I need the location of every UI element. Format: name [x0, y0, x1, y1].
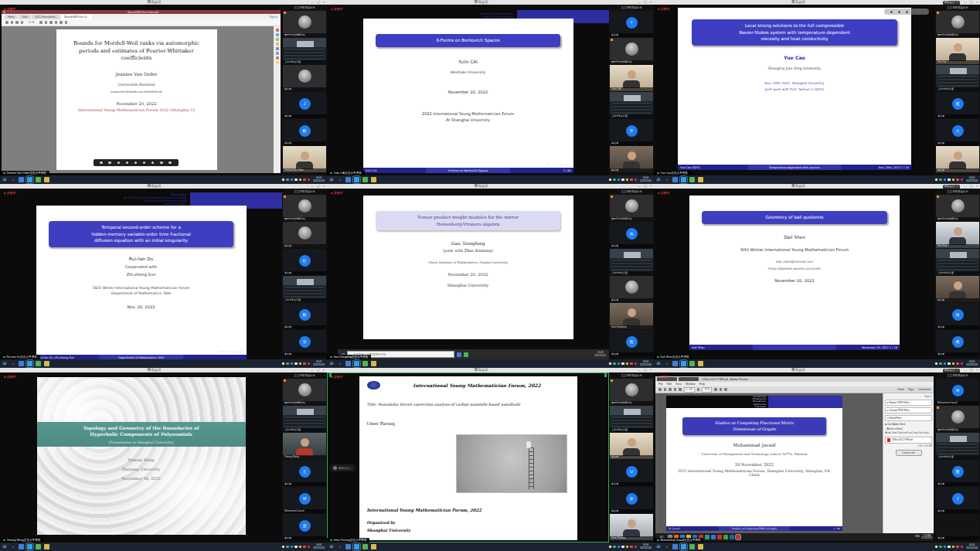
participant-tile[interactable]: 参会者: [610, 433, 653, 459]
participant-tile[interactable]: 球参会者: [936, 303, 979, 329]
tray-icon[interactable]: [303, 546, 306, 549]
toolbar-icon[interactable]: [65, 21, 68, 24]
search-icon[interactable]: ⌕: [663, 544, 671, 549]
tray-icon[interactable]: [294, 179, 298, 182]
pinned-app-blue-icon[interactable]: [345, 361, 351, 366]
participant-tile[interactable]: 宇参会者: [610, 119, 653, 145]
participant-tile[interactable]: 大参会者: [936, 119, 979, 145]
close-icon[interactable]: ×: [650, 0, 652, 5]
start-button[interactable]: ⊞: [327, 175, 336, 184]
participant-tile[interactable]: 杜参会者: [283, 249, 326, 275]
tray-icon[interactable]: [956, 179, 959, 182]
search-icon[interactable]: ⌕: [336, 544, 344, 549]
presentation-controls[interactable]: [884, 9, 929, 15]
participant-tile[interactable]: 数参会者: [283, 303, 326, 329]
toolbar-icon[interactable]: [5, 21, 9, 24]
minimize-icon[interactable]: —: [638, 368, 641, 372]
toolbar-icon[interactable]: [658, 388, 662, 391]
minimize-icon[interactable]: —: [964, 368, 967, 372]
tray-icon[interactable]: [621, 546, 624, 549]
file-explorer-icon[interactable]: [698, 544, 703, 549]
file-explorer-icon[interactable]: [44, 544, 49, 549]
tray-icon[interactable]: [286, 362, 289, 366]
start-button[interactable]: ⊞: [0, 175, 9, 184]
wechat-icon[interactable]: [36, 177, 41, 182]
toolbar-icon[interactable]: [49, 21, 53, 24]
minimize-icon[interactable]: —: [311, 0, 314, 5]
tray-icon[interactable]: [618, 179, 621, 182]
participant-tile[interactable]: 数参会者: [283, 119, 326, 145]
participant-tile[interactable]: U参会者: [610, 460, 653, 486]
toolbar-icon[interactable]: [39, 21, 43, 24]
participant-tile[interactable]: 国际青年数学家论坛: [283, 11, 326, 37]
floating-tool-icon[interactable]: [117, 162, 121, 165]
participant-tile[interactable]: 上海大学会议室: [936, 65, 979, 91]
toolbar-icon[interactable]: [720, 388, 723, 391]
participant-tile[interactable]: 国际青年数学家论坛: [283, 195, 326, 221]
maximize-icon[interactable]: ▢: [644, 368, 647, 372]
participant-tile[interactable]: 上海大学会议室: [283, 276, 326, 302]
participant-tile[interactable]: Dali Shen: [936, 222, 979, 248]
pinned-app-blue-icon[interactable]: [19, 544, 24, 549]
close-icon[interactable]: ×: [957, 1, 958, 4]
side-tool-icon[interactable]: [276, 29, 279, 32]
maximize-icon[interactable]: ▢: [644, 0, 647, 5]
participant-tile[interactable]: Yulin CAI: [610, 65, 653, 91]
menu-item[interactable]: File: [658, 383, 663, 386]
tray-icon[interactable]: [944, 362, 947, 366]
participant-tile[interactable]: 国际青年数学家论坛: [610, 195, 653, 221]
menu-item[interactable]: Edit: [667, 383, 672, 386]
side-tool-icon[interactable]: [276, 38, 279, 41]
radio-option[interactable]: ◉ Use Adobe Send: [885, 423, 932, 426]
taskbar-app-icon[interactable]: [717, 535, 722, 539]
toolbar-icon[interactable]: [714, 388, 717, 391]
participant-tile[interactable]: 南参会者: [610, 330, 653, 356]
floating-toolbar[interactable]: [94, 159, 179, 166]
tray-icon[interactable]: [939, 362, 942, 366]
start-button[interactable]: ⊞: [327, 359, 336, 368]
minimize-icon[interactable]: —: [638, 184, 641, 189]
control-icon[interactable]: [914, 11, 916, 13]
chat-bubble[interactable]: 说点什么…: [330, 464, 356, 471]
tencent-meeting-icon[interactable]: [681, 177, 686, 182]
participant-tile[interactable]: 国际青年数学家论坛: [936, 195, 979, 221]
tray-icon[interactable]: [294, 546, 298, 549]
file-explorer-icon[interactable]: [371, 177, 376, 182]
participant-tile[interactable]: 国际青年数学家论坛: [610, 379, 653, 405]
maximize-icon[interactable]: ▢: [644, 184, 647, 189]
toolbar-icon[interactable]: [664, 388, 667, 391]
wechat-icon[interactable]: [689, 544, 695, 549]
participant-tile[interactable]: 参会者: [610, 146, 653, 172]
tray-icon[interactable]: [609, 362, 612, 366]
toolbar-icon[interactable]: [55, 21, 58, 24]
window-tab[interactable]: 腾讯会议×: [943, 1, 960, 5]
toolbar-icon[interactable]: [60, 21, 63, 24]
tray-icon[interactable]: [635, 362, 638, 366]
maximize-icon[interactable]: ▢: [970, 0, 973, 5]
wechat-icon[interactable]: [36, 544, 41, 549]
control-icon[interactable]: [898, 11, 900, 13]
tray-icon[interactable]: [308, 362, 311, 366]
participant-tile[interactable]: 上海大学会议室: [610, 406, 653, 432]
tencent-meeting-icon[interactable]: [27, 361, 32, 366]
toolbar-icon[interactable]: [674, 388, 677, 391]
floating-tool-icon[interactable]: [168, 162, 172, 165]
tencent-meeting-icon[interactable]: [681, 544, 686, 549]
close-icon[interactable]: ×: [976, 184, 978, 189]
participant-tile[interactable]: 国际青年数学家论坛: [610, 38, 653, 64]
participant-tile[interactable]: 参会者: [936, 276, 979, 302]
tencent-meeting-icon[interactable]: [354, 361, 359, 366]
start-button[interactable]: ⊞: [654, 359, 663, 368]
tray-icon[interactable]: [935, 179, 938, 182]
slide-nav-controls[interactable]: ‹‹ ‹ › ›› ⤾: [873, 339, 896, 343]
taskbar-app-icon[interactable]: [736, 535, 740, 539]
tray-icon[interactable]: [961, 362, 964, 366]
taskbar-app-icon[interactable]: [730, 535, 734, 539]
maximize-icon[interactable]: ▢: [317, 0, 320, 5]
radio-option[interactable]: ○ Attach to Email: [885, 427, 932, 430]
tray-icon[interactable]: [952, 546, 955, 549]
floating-tool-icon[interactable]: [126, 162, 129, 165]
sign-in-link[interactable]: Sign In: [885, 395, 932, 398]
tray-icon[interactable]: [626, 179, 629, 182]
participant-tile[interactable]: Gao Dongfang: [610, 303, 653, 329]
